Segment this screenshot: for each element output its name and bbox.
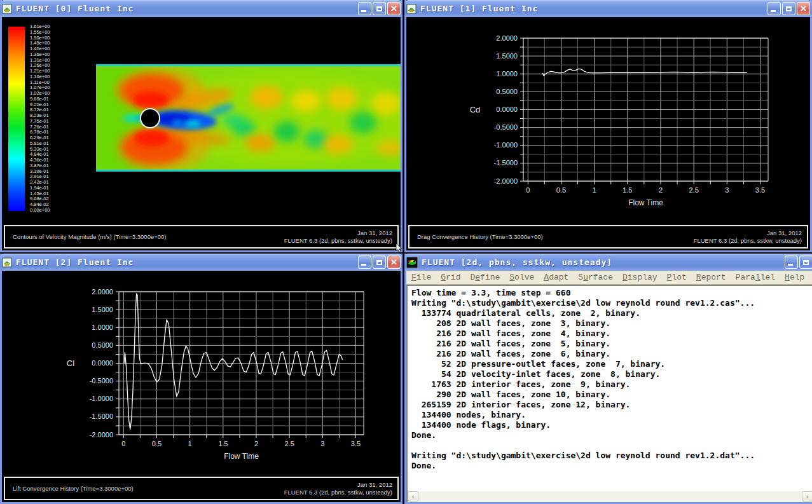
close-button[interactable]: ✕ (387, 255, 401, 269)
close-button[interactable]: ✕ (797, 2, 810, 15)
close-button[interactable]: ✕ (387, 2, 401, 15)
menu-help[interactable]: Help (785, 273, 804, 282)
svg-text:1: 1 (593, 186, 596, 194)
menu-plot[interactable]: Plot (667, 273, 687, 282)
svg-text:0.5000: 0.5000 (496, 88, 518, 95)
console-output: Flow time = 3.3, time step = 660 Writing… (408, 286, 812, 473)
colorbar-labels: 1.61e+001.55e+001.50e+001.45e+001.40e+00… (30, 24, 65, 213)
window-title: FLUENT [2d, pbns, sstkw, unsteady] (422, 257, 785, 267)
svg-text:1.0000: 1.0000 (92, 324, 113, 331)
window-fluent-0: FLUENT [0] Fluent Inc ✕ 1.61e+001.55e+00… (0, 0, 403, 252)
menu-report[interactable]: Report (696, 273, 726, 282)
window-title: FLUENT [0] Fluent Inc (16, 4, 358, 13)
version-label: FLUENT 6.3 (2d, pbns, sstkw, unsteady) (284, 489, 392, 496)
svg-text:0.5: 0.5 (152, 440, 162, 447)
svg-text:0.5000: 0.5000 (92, 341, 113, 349)
colorbar-level: 8.23e-01 (30, 113, 65, 118)
lift-client: 2.00001.50001.00000.50000.0000-0.5000-1.… (2, 271, 401, 502)
svg-text:2.0000: 2.0000 (92, 288, 113, 296)
minimize-button[interactable] (358, 255, 371, 269)
colorbar-level: 1.21e+00 (30, 69, 65, 74)
fluent-icon (2, 257, 12, 268)
svg-text:3.5: 3.5 (351, 440, 361, 447)
svg-text:1.5: 1.5 (623, 186, 632, 194)
title-bar[interactable]: FLUENT [0] Fluent Inc ✕ (0, 0, 403, 17)
colorbar-level: 1.36e+00 (30, 52, 65, 57)
menu-file[interactable]: File (411, 273, 431, 282)
maximize-button[interactable] (799, 255, 812, 269)
svg-text:-1.0000: -1.0000 (90, 395, 113, 402)
menu-grid[interactable]: Grid (441, 273, 460, 282)
scroll-left-button[interactable]: ‹ (408, 491, 418, 501)
contour-client: 1.61e+001.55e+001.50e+001.45e+001.40e+00… (2, 17, 401, 250)
cd-chart: 2.00001.50001.00000.50000.0000-0.5000-1.… (406, 17, 810, 208)
colorbar-level: 3.87e-01 (30, 163, 65, 168)
svg-text:Flow Time: Flow Time (628, 198, 663, 207)
colorbar-level: 1.02e+00 (30, 91, 65, 96)
menu-adapt[interactable]: Adapt (544, 273, 568, 282)
mouse-cursor (396, 243, 404, 254)
fluent-icon (2, 4, 12, 14)
date-label: Jan 31, 2012 (694, 229, 802, 237)
horizontal-scrollbar[interactable]: ‹ › (406, 491, 812, 502)
menu-parallel[interactable]: Parallel (736, 273, 775, 282)
svg-text:Cd: Cd (470, 105, 481, 114)
menu-display[interactable]: Display (623, 273, 657, 282)
date-label: Jan 31, 2012 (284, 229, 392, 237)
cl-chart: 2.00001.50001.00000.50000.0000-0.5000-1.… (2, 271, 401, 461)
maximize-button[interactable] (782, 2, 795, 15)
title-bar[interactable]: FLUENT [2] Fluent Inc ✕ (0, 254, 403, 271)
svg-text:1.5000: 1.5000 (496, 52, 518, 60)
menu-surface[interactable]: Surface (578, 273, 613, 282)
colorbar-level: 7.75e-01 (30, 119, 65, 124)
svg-text:0.0000: 0.0000 (92, 359, 113, 367)
svg-text:3: 3 (725, 186, 729, 194)
svg-text:Flow Time: Flow Time (224, 452, 259, 461)
caption-box: Contours of Velocity Magnitude (m/s) (Ti… (4, 225, 399, 249)
colorbar-level: 1.40e+00 (30, 46, 65, 51)
svg-text:3.5: 3.5 (755, 186, 765, 194)
window-fluent-1: FLUENT [1] Fluent Inc ✕ 2.00001.50001.00… (404, 0, 812, 252)
colorbar-level: 2.42e-01 (30, 180, 65, 185)
menu-define[interactable]: Define (470, 273, 500, 282)
svg-text:1: 1 (188, 440, 192, 447)
caption-box: Drag Convergence History (Time=3.3000e+0… (408, 225, 808, 249)
title-bar[interactable]: FLUENT [2d, pbns, sstkw, unsteady] (404, 254, 812, 271)
minimize-button[interactable] (358, 2, 371, 15)
version-label: FLUENT 6.3 (2d, pbns, sstkw, unsteady) (694, 237, 802, 245)
svg-text:-1.5000: -1.5000 (90, 412, 113, 420)
svg-text:0: 0 (526, 186, 530, 194)
plot-credits: Jan 31, 2012 FLUENT 6.3 (2d, pbns, sstkw… (284, 481, 392, 496)
scroll-right-button[interactable]: › (802, 491, 812, 501)
svg-text:-2.0000: -2.0000 (90, 431, 113, 439)
plot-credits: Jan 31, 2012 FLUENT 6.3 (2d, pbns, sstkw… (284, 229, 392, 245)
window-fluent-console: FLUENT [2d, pbns, sstkw, unsteady] FileG… (404, 254, 812, 504)
cylinder (141, 109, 160, 128)
svg-text:-1.0000: -1.0000 (494, 141, 518, 149)
maximize-button[interactable] (373, 2, 386, 15)
colorbar-level: 5.81e-01 (30, 141, 65, 146)
drag-client: 2.00001.50001.00000.50000.0000-0.5000-1.… (406, 17, 810, 250)
window-title: FLUENT [2] Fluent Inc (16, 257, 358, 267)
svg-text:2: 2 (254, 440, 258, 447)
fluent-logo-icon (406, 257, 418, 268)
svg-text:-1.5000: -1.5000 (494, 159, 518, 167)
svg-text:2.5: 2.5 (284, 440, 294, 447)
colorbar-level: 4.84e-02 (30, 202, 65, 207)
colorbar-level: 1.55e+00 (30, 30, 65, 35)
fluent-icon (406, 4, 416, 14)
minimize-button[interactable] (785, 255, 798, 269)
svg-text:2.0000: 2.0000 (496, 34, 518, 42)
svg-text:3: 3 (320, 440, 324, 447)
svg-text:1.0000: 1.0000 (496, 70, 518, 78)
svg-text:2.5: 2.5 (689, 186, 698, 194)
menu-solve[interactable]: Solve (509, 273, 534, 282)
date-label: Jan 31, 2012 (284, 481, 392, 489)
minimize-button[interactable] (767, 2, 781, 15)
colorbar-level: 1.94e-01 (30, 186, 65, 191)
window-title: FLUENT [1] Fluent Inc (420, 4, 767, 13)
title-bar[interactable]: FLUENT [1] Fluent Inc ✕ (404, 0, 812, 17)
maximize-button[interactable] (373, 255, 386, 269)
colorbar-level: 1.16e+00 (30, 74, 65, 79)
console-client[interactable]: Flow time = 3.3, time step = 660 Writing… (406, 285, 812, 491)
